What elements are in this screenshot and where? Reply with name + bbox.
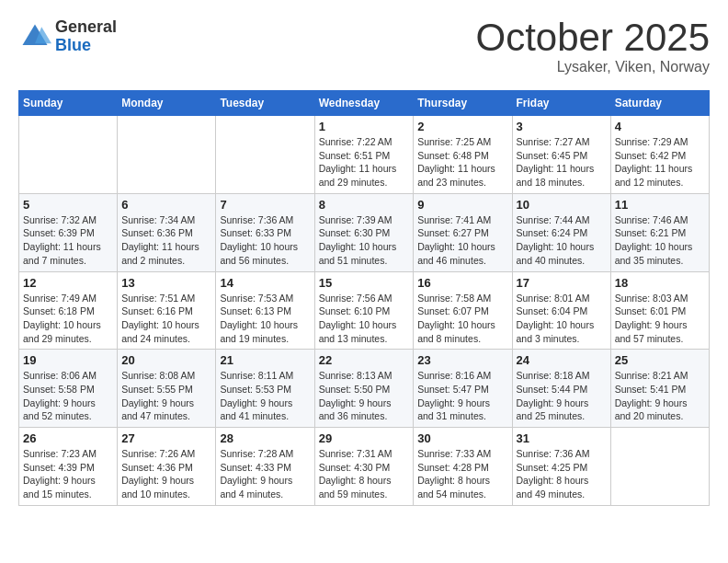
day-cell-23: 23Sunrise: 8:16 AM Sunset: 5:47 PM Dayli… [414,350,512,428]
day-info: Sunrise: 7:31 AM Sunset: 4:30 PM Dayligh… [319,447,410,501]
day-number: 6 [121,198,211,212]
day-number: 25 [615,353,705,367]
empty-cell [118,116,216,194]
day-info: Sunrise: 7:36 AM Sunset: 6:33 PM Dayligh… [220,213,310,268]
day-number: 7 [220,198,310,212]
day-cell-1: 1Sunrise: 7:22 AM Sunset: 6:51 PM Daylig… [314,116,414,194]
day-info: Sunrise: 7:22 AM Sunset: 6:51 PM Dayligh… [319,135,410,190]
day-cell-9: 9Sunrise: 7:41 AM Sunset: 6:27 PM Daylig… [414,193,512,271]
day-number: 11 [615,198,705,212]
day-number: 28 [220,431,310,445]
day-cell-8: 8Sunrise: 7:39 AM Sunset: 6:30 PM Daylig… [314,193,414,271]
day-info: Sunrise: 7:26 AM Sunset: 4:36 PM Dayligh… [121,447,211,501]
week-row-4: 19Sunrise: 8:06 AM Sunset: 5:58 PM Dayli… [19,350,710,428]
day-number: 2 [417,120,507,133]
day-cell-26: 26Sunrise: 7:23 AM Sunset: 4:39 PM Dayli… [19,428,118,506]
day-info: Sunrise: 7:27 AM Sunset: 6:45 PM Dayligh… [517,135,607,190]
logo-general: General [55,18,117,37]
day-info: Sunrise: 7:49 AM Sunset: 6:18 PM Dayligh… [23,292,113,346]
day-cell-6: 6Sunrise: 7:34 AM Sunset: 6:36 PM Daylig… [118,193,216,271]
week-row-5: 26Sunrise: 7:23 AM Sunset: 4:39 PM Dayli… [19,428,710,506]
day-cell-18: 18Sunrise: 8:03 AM Sunset: 6:01 PM Dayli… [610,271,709,350]
day-info: Sunrise: 7:33 AM Sunset: 4:28 PM Dayligh… [417,447,507,501]
day-cell-22: 22Sunrise: 8:13 AM Sunset: 5:50 PM Dayli… [314,350,414,428]
day-cell-20: 20Sunrise: 8:08 AM Sunset: 5:55 PM Dayli… [118,350,216,428]
logo-icon [18,20,51,53]
day-number: 23 [417,353,507,367]
logo-text: General Blue [55,18,117,55]
day-info: Sunrise: 7:29 AM Sunset: 6:42 PM Dayligh… [615,135,705,190]
day-number: 5 [23,198,113,212]
weekday-header-saturday: Saturday [610,91,709,116]
day-number: 16 [417,276,507,290]
title-block: October 2025 Lysaker, Viken, Norway [475,18,710,75]
empty-cell [19,116,118,194]
day-cell-4: 4Sunrise: 7:29 AM Sunset: 6:42 PM Daylig… [610,116,709,194]
day-info: Sunrise: 8:13 AM Sunset: 5:50 PM Dayligh… [319,369,410,423]
day-number: 20 [121,353,211,367]
weekday-header-tuesday: Tuesday [216,91,314,116]
day-info: Sunrise: 7:58 AM Sunset: 6:07 PM Dayligh… [417,292,507,346]
day-cell-10: 10Sunrise: 7:44 AM Sunset: 6:24 PM Dayli… [512,193,610,271]
location: Lysaker, Viken, Norway [475,59,710,75]
day-number: 10 [517,198,607,212]
day-number: 21 [220,353,310,367]
day-cell-7: 7Sunrise: 7:36 AM Sunset: 6:33 PM Daylig… [216,193,314,271]
day-cell-31: 31Sunrise: 7:36 AM Sunset: 4:25 PM Dayli… [512,428,610,506]
day-cell-29: 29Sunrise: 7:31 AM Sunset: 4:30 PM Dayli… [314,428,414,506]
day-cell-21: 21Sunrise: 8:11 AM Sunset: 5:53 PM Dayli… [216,350,314,428]
calendar-table: SundayMondayTuesdayWednesdayThursdayFrid… [18,90,710,506]
day-cell-30: 30Sunrise: 7:33 AM Sunset: 4:28 PM Dayli… [414,428,512,506]
day-info: Sunrise: 7:44 AM Sunset: 6:24 PM Dayligh… [517,213,607,268]
day-info: Sunrise: 7:46 AM Sunset: 6:21 PM Dayligh… [615,213,705,268]
day-number: 26 [23,431,113,445]
day-number: 8 [319,198,410,212]
month-title: October 2025 [475,18,710,57]
day-number: 12 [23,276,113,290]
day-info: Sunrise: 8:03 AM Sunset: 6:01 PM Dayligh… [615,292,705,346]
day-cell-19: 19Sunrise: 8:06 AM Sunset: 5:58 PM Dayli… [19,350,118,428]
day-number: 22 [319,353,410,367]
day-cell-28: 28Sunrise: 7:28 AM Sunset: 4:33 PM Dayli… [216,428,314,506]
day-cell-11: 11Sunrise: 7:46 AM Sunset: 6:21 PM Dayli… [610,193,709,271]
day-info: Sunrise: 7:34 AM Sunset: 6:36 PM Dayligh… [121,213,211,268]
day-number: 4 [615,120,705,133]
day-info: Sunrise: 8:06 AM Sunset: 5:58 PM Dayligh… [23,369,113,423]
day-cell-5: 5Sunrise: 7:32 AM Sunset: 6:39 PM Daylig… [19,193,118,271]
day-number: 24 [517,353,607,367]
day-cell-15: 15Sunrise: 7:56 AM Sunset: 6:10 PM Dayli… [314,271,414,350]
day-cell-14: 14Sunrise: 7:53 AM Sunset: 6:13 PM Dayli… [216,271,314,350]
week-row-1: 1Sunrise: 7:22 AM Sunset: 6:51 PM Daylig… [19,116,710,194]
day-cell-17: 17Sunrise: 8:01 AM Sunset: 6:04 PM Dayli… [512,271,610,350]
weekday-header-monday: Monday [118,91,216,116]
day-info: Sunrise: 7:39 AM Sunset: 6:30 PM Dayligh… [319,213,410,268]
weekday-header-row: SundayMondayTuesdayWednesdayThursdayFrid… [19,91,710,116]
day-info: Sunrise: 8:21 AM Sunset: 5:41 PM Dayligh… [615,369,705,423]
week-row-2: 5Sunrise: 7:32 AM Sunset: 6:39 PM Daylig… [19,193,710,271]
day-number: 27 [121,431,211,445]
weekday-header-friday: Friday [512,91,610,116]
day-info: Sunrise: 7:41 AM Sunset: 6:27 PM Dayligh… [417,213,507,268]
day-cell-12: 12Sunrise: 7:49 AM Sunset: 6:18 PM Dayli… [19,271,118,350]
day-info: Sunrise: 7:23 AM Sunset: 4:39 PM Dayligh… [23,447,113,501]
day-cell-3: 3Sunrise: 7:27 AM Sunset: 6:45 PM Daylig… [512,116,610,194]
weekday-header-thursday: Thursday [414,91,512,116]
day-number: 1 [319,120,410,133]
day-number: 18 [615,276,705,290]
page-header: General Blue October 2025 Lysaker, Viken… [18,18,710,75]
day-cell-2: 2Sunrise: 7:25 AM Sunset: 6:48 PM Daylig… [414,116,512,194]
day-info: Sunrise: 7:25 AM Sunset: 6:48 PM Dayligh… [417,135,507,190]
day-cell-27: 27Sunrise: 7:26 AM Sunset: 4:36 PM Dayli… [118,428,216,506]
day-info: Sunrise: 8:16 AM Sunset: 5:47 PM Dayligh… [417,369,507,423]
day-cell-24: 24Sunrise: 8:18 AM Sunset: 5:44 PM Dayli… [512,350,610,428]
day-info: Sunrise: 7:51 AM Sunset: 6:16 PM Dayligh… [121,292,211,346]
day-number: 9 [417,198,507,212]
day-info: Sunrise: 8:11 AM Sunset: 5:53 PM Dayligh… [220,369,310,423]
day-number: 29 [319,431,410,445]
weekday-header-sunday: Sunday [19,91,118,116]
day-info: Sunrise: 8:08 AM Sunset: 5:55 PM Dayligh… [121,369,211,423]
day-cell-25: 25Sunrise: 8:21 AM Sunset: 5:41 PM Dayli… [610,350,709,428]
day-info: Sunrise: 7:56 AM Sunset: 6:10 PM Dayligh… [319,292,410,346]
day-number: 3 [517,120,607,133]
day-number: 13 [121,276,211,290]
